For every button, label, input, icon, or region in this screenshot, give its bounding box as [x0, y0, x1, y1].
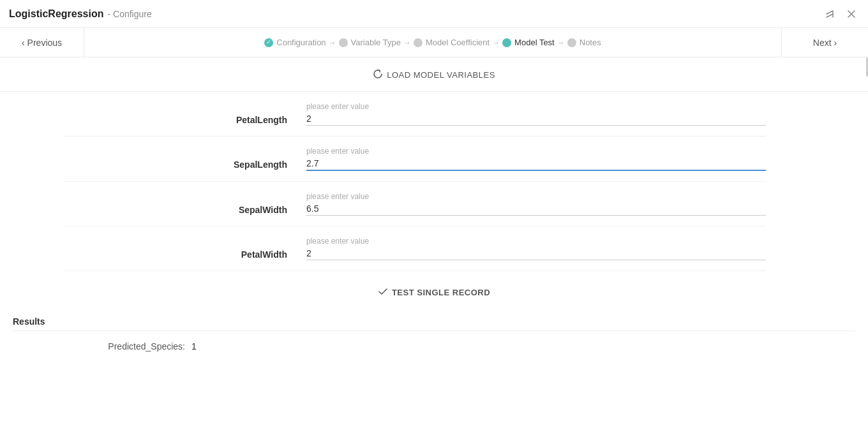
field-input-container-petal-width: please enter value [306, 237, 766, 260]
results-key-predicted-species: Predicted_Species: [13, 341, 191, 352]
step-configuration: ✓ Configuration [264, 38, 326, 47]
sepal-length-input[interactable] [306, 157, 766, 171]
field-row-sepal-length: SepalLength please enter value [64, 137, 766, 182]
arrow-4: → [557, 38, 565, 47]
test-btn-container: TEST SINGLE RECORD [0, 271, 868, 311]
chevron-left-icon: ‹ [22, 38, 25, 48]
step-label-notes: Notes [580, 38, 601, 47]
step-dot-notes [567, 38, 576, 47]
step-notes: Notes [567, 38, 601, 47]
results-section: Results Predicted_Species: 1 [0, 311, 868, 354]
test-single-record-button[interactable]: TEST SINGLE RECORD [378, 286, 490, 299]
test-single-record-label: TEST SINGLE RECORD [392, 288, 490, 297]
minimize-icon[interactable] [822, 6, 837, 22]
title-bar-left: LogisticRegression - Configure [9, 8, 152, 20]
petal-width-input[interactable] [306, 247, 766, 260]
form-section: PetalLength please enter value SepalLeng… [0, 92, 830, 271]
field-placeholder-sepal-width: please enter value [306, 192, 766, 201]
main-content: LOAD MODEL VARIABLES PetalLength please … [0, 57, 868, 354]
title-bar-right [822, 6, 859, 22]
results-value-predicted-species: 1 [191, 341, 197, 352]
next-button[interactable]: Next › [781, 28, 868, 57]
load-model-variables-button[interactable]: LOAD MODEL VARIABLES [373, 69, 495, 81]
field-input-container-petal-length: please enter value [306, 102, 766, 126]
field-input-container-sepal-length: please enter value [306, 147, 766, 171]
field-placeholder-sepal-length: please enter value [306, 147, 766, 156]
title-bar: LogisticRegression - Configure [0, 0, 868, 28]
field-row-sepal-width: SepalWidth please enter value [64, 182, 766, 226]
step-label-model-test: Model Test [514, 38, 555, 47]
petal-length-input[interactable] [306, 112, 766, 126]
load-model-variables-label: LOAD MODEL VARIABLES [387, 70, 495, 80]
refresh-icon [373, 69, 383, 81]
step-model-coefficient: Model Coefficient [414, 38, 490, 47]
previous-button[interactable]: ‹ Previous [0, 28, 84, 57]
field-input-container-sepal-width: please enter value [306, 192, 766, 216]
field-row-petal-length: PetalLength please enter value [64, 92, 766, 137]
field-row-petal-width: PetalWidth please enter value [64, 226, 766, 271]
checkmark-icon [378, 286, 388, 299]
field-label-sepal-length: SepalLength [64, 147, 306, 170]
step-dot-configuration: ✓ [264, 38, 273, 47]
steps-container: ✓ Configuration → Variable Type → Model … [84, 38, 781, 47]
nav-bar: ‹ Previous ✓ Configuration → Variable Ty… [0, 28, 868, 57]
step-variable-type: Variable Type [339, 38, 401, 47]
step-model-test: Model Test [502, 38, 555, 47]
arrow-3: → [492, 38, 500, 47]
step-dot-variable-type [339, 38, 348, 47]
results-row: Predicted_Species: 1 [13, 339, 855, 354]
field-label-petal-width: PetalWidth [64, 237, 306, 260]
sepal-width-input[interactable] [306, 202, 766, 216]
step-label-configuration: Configuration [276, 38, 326, 47]
chevron-right-icon: › [834, 38, 837, 48]
app-subtitle: - Configure [107, 9, 151, 19]
step-label-variable-type: Variable Type [351, 38, 401, 47]
load-btn-container: LOAD MODEL VARIABLES [0, 57, 868, 92]
arrow-2: → [403, 38, 411, 47]
app-name: LogisticRegression [9, 8, 103, 20]
field-placeholder-petal-length: please enter value [306, 102, 766, 111]
step-label-model-coefficient: Model Coefficient [426, 38, 490, 47]
step-dot-model-test [502, 38, 511, 47]
field-label-petal-length: PetalLength [64, 102, 306, 125]
field-placeholder-petal-width: please enter value [306, 237, 766, 246]
step-dot-model-coefficient [414, 38, 423, 47]
close-icon[interactable] [844, 6, 859, 22]
results-header: Results [13, 311, 855, 331]
arrow-1: → [329, 38, 336, 47]
field-label-sepal-width: SepalWidth [64, 192, 306, 215]
